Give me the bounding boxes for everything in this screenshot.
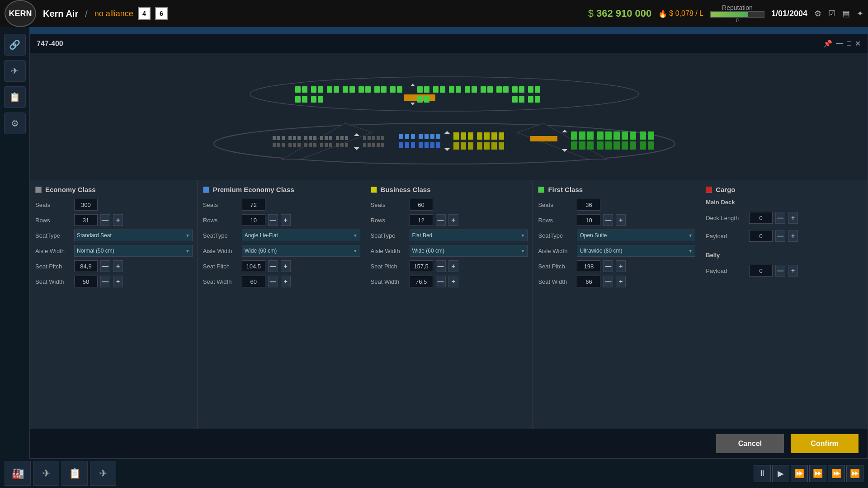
sidebar-report-btn[interactable]: 📋 [4, 86, 26, 108]
date-display: 1/01/2004 [771, 9, 807, 19]
menu-icon[interactable]: ▤ [842, 9, 850, 19]
economy-rows-minus[interactable]: — [100, 214, 110, 226]
dollar-icon: $ [588, 8, 594, 19]
pe-seatpitch-plus[interactable]: + [281, 260, 291, 272]
first-class-name: First Class [548, 186, 583, 193]
cargo-header: Cargo [706, 186, 863, 193]
fast-forward-btn[interactable]: ⏩ [791, 465, 808, 482]
alliance-status: no alliance [94, 9, 133, 19]
main-payload-plus[interactable]: + [788, 230, 798, 242]
first-seatpitch-minus[interactable]: — [603, 260, 613, 272]
fast-forward-2-btn[interactable]: ⏩ [809, 465, 826, 482]
maximize-button[interactable]: □ [847, 39, 851, 48]
first-seatpitch-plus[interactable]: + [616, 260, 626, 272]
bottom-flight-btn[interactable]: ✈ [33, 461, 59, 486]
play-btn[interactable]: ▶ [772, 465, 789, 482]
deck-length-plus[interactable]: + [788, 212, 798, 224]
first-seattype-dropdown[interactable]: Open Suite ▼ [577, 230, 695, 241]
pe-seatwidth-plus[interactable]: + [281, 276, 291, 287]
economy-seatwidth-minus[interactable]: — [100, 276, 110, 287]
pe-rows-plus[interactable]: + [281, 214, 291, 226]
economy-rows-plus[interactable]: + [113, 214, 123, 226]
svg-rect-75 [461, 132, 466, 140]
economy-color [35, 187, 42, 193]
dialog-footer: Cancel Confirm [30, 429, 868, 458]
reputation-bar-container [710, 11, 764, 18]
main-payload-row: Payload 0 — + [706, 230, 863, 242]
pe-seattype-row: SeatType Angle Lie-Flat ▼ [203, 230, 360, 241]
economy-rows-value: 31 [74, 214, 98, 226]
svg-rect-96 [288, 143, 292, 147]
svg-rect-110 [368, 143, 371, 147]
biz-rows-minus[interactable]: — [436, 214, 446, 226]
svg-rect-16 [417, 86, 423, 93]
deck-length-minus[interactable]: — [775, 212, 785, 224]
pe-seatwidth-row: Seat Width 60 — + [203, 276, 360, 287]
bottom-plane-btn[interactable]: ✈ [90, 461, 116, 486]
minimize-button[interactable]: — [836, 39, 843, 48]
sidebar-flight-btn[interactable]: ✈ [4, 60, 26, 82]
biz-seatwidth-minus[interactable]: — [436, 276, 446, 287]
cargo-name: Cargo [716, 186, 735, 193]
economy-seatpitch-minus[interactable]: — [100, 260, 110, 272]
fast-forward-4-btn[interactable]: ⏩ [846, 465, 863, 482]
biz-seatpitch-plus[interactable]: + [448, 260, 458, 272]
belly-payload-plus[interactable]: + [788, 265, 798, 277]
biz-seatwidth-plus[interactable]: + [448, 276, 458, 287]
svg-rect-3 [311, 86, 316, 93]
sidebar-settings-btn[interactable]: ⚙ [4, 113, 26, 134]
economy-seatpitch-plus[interactable]: + [113, 260, 123, 272]
economy-aislewidth-dropdown[interactable]: Normal (50 cm) ▼ [74, 245, 193, 257]
svg-rect-40 [512, 96, 518, 103]
first-seatwidth-minus[interactable]: — [603, 276, 613, 287]
reputation-label: Reputation [722, 4, 753, 11]
pe-rows-minus[interactable]: — [268, 214, 278, 226]
cancel-button[interactable]: Cancel [716, 434, 784, 453]
svg-rect-112 [377, 143, 380, 147]
economy-seattype-dropdown[interactable]: Standard Seat ▼ [74, 230, 193, 241]
svg-rect-23 [472, 86, 477, 93]
first-class-color [538, 187, 544, 193]
svg-rect-55 [325, 136, 328, 140]
biz-seattype-dropdown[interactable]: Flat Bed ▼ [410, 230, 528, 241]
pin-button[interactable]: 📌 [823, 39, 832, 48]
biz-aislewidth-dropdown[interactable]: Wide (60 cm) ▼ [410, 245, 528, 257]
svg-rect-38 [417, 96, 423, 103]
seats-label: Seats [371, 202, 407, 208]
main-payload-minus[interactable]: — [775, 230, 785, 242]
pause-btn[interactable]: ⏸ [754, 465, 771, 482]
first-rows-plus[interactable]: + [616, 214, 626, 226]
sidebar-share-btn[interactable]: 🔗 [4, 34, 26, 56]
pe-seatwidth-minus[interactable]: — [268, 276, 278, 287]
checkbox-icon[interactable]: ☑ [828, 9, 835, 19]
svg-rect-68 [411, 134, 415, 139]
svg-rect-33 [295, 96, 301, 103]
svg-rect-67 [405, 134, 409, 139]
belly-payload-minus[interactable]: — [775, 265, 785, 277]
svg-rect-21 [456, 86, 461, 93]
dropdown-arrow: ▼ [353, 249, 358, 253]
close-button[interactable]: ✕ [855, 39, 861, 48]
pe-seatpitch-minus[interactable]: — [268, 260, 278, 272]
star-icon[interactable]: ✦ [857, 9, 863, 19]
biz-seatpitch-minus[interactable]: — [436, 260, 446, 272]
svg-rect-111 [372, 143, 375, 147]
first-seatwidth-plus[interactable]: + [616, 276, 626, 287]
biz-seats-row: Seats 60 [371, 199, 528, 211]
svg-rect-138 [640, 141, 646, 150]
svg-rect-57 [336, 136, 339, 140]
bottom-report-btn[interactable]: 📋 [61, 461, 88, 486]
pe-rows-row: Rows 10 — + [203, 214, 360, 226]
pe-seattype-dropdown[interactable]: Angle Lie-Flat ▼ [242, 230, 360, 241]
biz-rows-plus[interactable]: + [448, 214, 458, 226]
first-rows-minus[interactable]: — [603, 214, 613, 226]
pe-aislewidth-dropdown[interactable]: Wide (60 cm) ▼ [242, 245, 360, 257]
first-aislewidth-dropdown[interactable]: Ultrawide (80 cm) ▼ [577, 245, 695, 257]
confirm-button[interactable]: Confirm [791, 434, 859, 453]
fast-forward-3-btn[interactable]: ⏩ [828, 465, 845, 482]
settings-icon[interactable]: ⚙ [814, 9, 821, 19]
economy-seatwidth-plus[interactable]: + [113, 276, 123, 287]
bottom-factory-btn[interactable]: 🏭 [5, 461, 31, 486]
svg-rect-113 [381, 143, 384, 147]
first-seattype-row: SeatType Open Suite ▼ [538, 230, 695, 241]
